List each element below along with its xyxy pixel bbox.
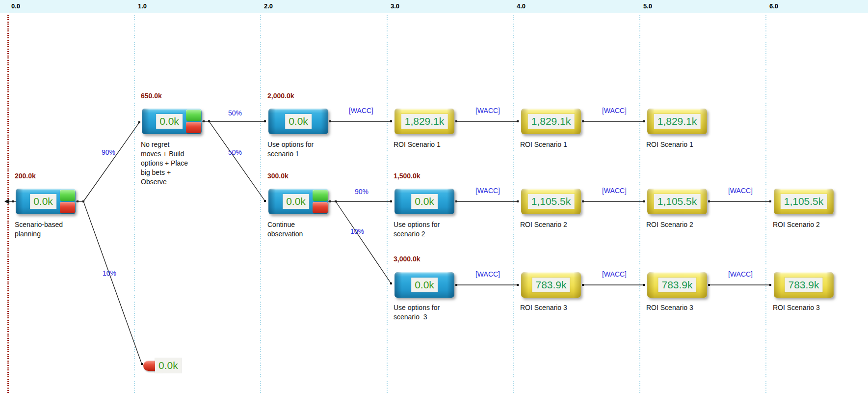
label-roi-scenario-1-t5[interactable]: ROI Scenario 1	[646, 140, 693, 149]
label-use-options-scenario-1[interactable]: Use options for scenario 1	[267, 140, 314, 159]
chance-block-icon	[60, 202, 75, 213]
probability-root-up[interactable]: 90%	[102, 148, 115, 156]
node-value: 1,105.5k	[528, 194, 575, 209]
node-value: 0.0k	[285, 114, 312, 129]
wacc-label-row3-c[interactable]: [WACC]	[728, 270, 753, 278]
label-roi-scenario-3-t5[interactable]: ROI Scenario 3	[646, 303, 693, 312]
wacc-label-row2-a[interactable]: [WACC]	[475, 187, 500, 195]
cost-scenario-based-planning[interactable]: 200.0k	[15, 172, 36, 180]
node-roi-scenario-3-t6[interactable]: 783.9k	[774, 272, 834, 298]
probability-noregret-down[interactable]: 50%	[228, 148, 242, 156]
node-value: 1,829.1k	[654, 114, 701, 129]
node-value: 783.9k	[532, 278, 570, 292]
node-roi-scenario-2-t6[interactable]: 1,105.5k	[774, 189, 834, 214]
decision-block-icon	[313, 190, 328, 201]
wacc-label-row2-c[interactable]: [WACC]	[728, 187, 753, 195]
node-no-regret-moves[interactable]: 0.0k	[142, 109, 202, 134]
wacc-label-row3-a[interactable]: [WACC]	[475, 270, 500, 278]
chance-block-icon	[313, 202, 328, 213]
node-roi-scenario-1-t5[interactable]: 1,829.1k	[647, 109, 707, 134]
label-scenario-based-planning[interactable]: Scenario-based planning	[15, 220, 63, 239]
edge-root-to-no-regret[interactable]	[83, 122, 139, 201]
node-value: 783.9k	[658, 278, 696, 292]
node-roi-scenario-3-t5[interactable]: 783.9k	[647, 272, 707, 298]
node-value: 0.0k	[411, 194, 438, 209]
edge-to-continue-observation[interactable]	[209, 121, 265, 201]
node-value: 0.0k	[156, 114, 183, 129]
node-roi-scenario-2-t5[interactable]: 1,105.5k	[647, 189, 707, 214]
node-roi-scenario-2-t4[interactable]: 1,105.5k	[521, 189, 581, 214]
wacc-label-row1-a[interactable]: [WACC]	[349, 107, 373, 114]
decision-chance-end	[60, 190, 75, 213]
label-roi-scenario-1-t3[interactable]: ROI Scenario 1	[394, 140, 441, 149]
connector-dots	[12, 120, 771, 365]
edge-to-use-options-3[interactable]	[336, 201, 391, 283]
end-node-value: 0.0k	[155, 358, 182, 373]
decision-block-icon	[186, 110, 201, 121]
node-value: 0.0k	[30, 194, 56, 209]
wacc-label-row1-b[interactable]: [WACC]	[475, 107, 500, 114]
node-value: 0.0k	[411, 278, 438, 292]
node-use-options-scenario-1[interactable]: 0.0k	[268, 109, 328, 134]
wacc-label-row3-b[interactable]: [WACC]	[602, 270, 627, 278]
cost-use-options-scenario-2[interactable]: 1,500.0k	[394, 172, 421, 180]
label-no-regret-moves[interactable]: No regret moves + Build options + Place …	[141, 140, 188, 187]
node-roi-scenario-3-t4[interactable]: 783.9k	[521, 272, 581, 298]
chance-block-icon	[186, 122, 201, 133]
node-roi-scenario-1-t3[interactable]: 1,829.1k	[395, 109, 454, 134]
label-roi-scenario-3-t4[interactable]: ROI Scenario 3	[520, 303, 567, 312]
label-roi-scenario-2-t5[interactable]: ROI Scenario 2	[646, 220, 693, 229]
node-value: 1,105.5k	[781, 194, 827, 209]
probability-root-down[interactable]: 10%	[103, 269, 116, 277]
node-value: 0.0k	[283, 194, 309, 209]
cost-use-options-scenario-3[interactable]: 3,000.0k	[394, 255, 421, 263]
node-use-options-scenario-3[interactable]: 0.0k	[395, 272, 454, 298]
label-roi-scenario-2-t4[interactable]: ROI Scenario 2	[520, 220, 567, 229]
node-value: 783.9k	[785, 278, 822, 292]
label-use-options-scenario-3[interactable]: Use options for scenario 3	[394, 303, 440, 322]
node-continue-observation[interactable]: 0.0k	[268, 189, 328, 214]
node-value: 1,829.1k	[401, 114, 448, 129]
cost-use-options-scenario-1[interactable]: 2,000.0k	[267, 92, 294, 100]
cost-continue-observation[interactable]: 300.0k	[267, 172, 289, 180]
wacc-label-row2-b[interactable]: [WACC]	[602, 187, 627, 195]
edge-root-to-end-node[interactable]	[83, 201, 142, 364]
node-value: 1,105.5k	[654, 194, 701, 209]
label-roi-scenario-3-t6[interactable]: ROI Scenario 3	[773, 303, 820, 312]
node-scenario-based-planning[interactable]: 0.0k	[16, 189, 76, 214]
label-use-options-scenario-2[interactable]: Use options for scenario 2	[394, 220, 440, 239]
wacc-label-row1-c[interactable]: [WACC]	[602, 107, 627, 114]
label-roi-scenario-2-t6[interactable]: ROI Scenario 2	[773, 220, 820, 229]
decision-tree-canvas: 0.0 1.0 2.0 3.0 4.0 5.0 6.0	[0, 0, 868, 394]
probability-continue-up[interactable]: 90%	[355, 188, 368, 196]
decision-chance-end	[186, 110, 201, 133]
node-value: 1,829.1k	[528, 114, 575, 129]
node-roi-scenario-1-t4[interactable]: 1,829.1k	[521, 109, 581, 134]
node-use-options-scenario-2[interactable]: 0.0k	[395, 189, 454, 214]
label-continue-observation[interactable]: Continue observation	[267, 220, 303, 239]
probability-continue-down[interactable]: 10%	[350, 227, 364, 235]
decision-block-icon	[60, 190, 75, 201]
root-arrow-icon	[4, 199, 9, 204]
cost-no-regret-moves[interactable]: 650.0k	[141, 92, 162, 100]
label-roi-scenario-1-t4[interactable]: ROI Scenario 1	[520, 140, 567, 149]
probability-noregret-up[interactable]: 50%	[228, 109, 242, 117]
decision-chance-end	[313, 190, 328, 213]
